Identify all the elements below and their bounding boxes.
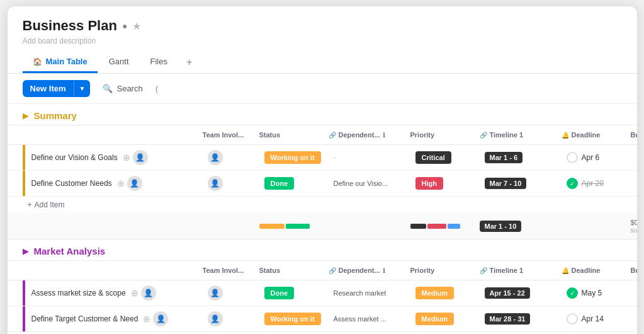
cell-task-name-1: Define our Vision & Goals ⊕ 👤: [28, 147, 204, 168]
cell-status-1[interactable]: Working on it: [261, 149, 330, 166]
col-team-involv: Team Invol...: [199, 129, 256, 141]
cell-budget-2: [632, 181, 637, 186]
group-summary-title[interactable]: Summary: [34, 110, 77, 121]
new-item-dropdown-arrow[interactable]: ▼: [74, 81, 91, 96]
dep-market-2: Assess market ...: [334, 315, 387, 323]
col-headers-summary: Team Invol... Status 🔗 Dependent... ℹ Pr…: [8, 125, 637, 145]
row-name-2: Define Customer Needs: [31, 179, 112, 188]
cell-dep-2: Define our Visio...: [330, 177, 412, 190]
col-status: Status: [256, 129, 325, 141]
cell-deadline-1: Apr 6: [563, 149, 632, 166]
avatar-market-1: 👤: [141, 285, 156, 301]
summary-status-bars: [256, 221, 325, 231]
cell-dep-market-2: Assess market ...: [330, 313, 412, 325]
timeline-market-1: Apr 15 - 22: [485, 287, 530, 299]
priority-bar-low: [448, 224, 460, 229]
market-row-1-wrapper: Assess market size & scope ⊕ 👤 👤 Done Re…: [8, 280, 637, 306]
cell-status-market-1[interactable]: Done: [261, 284, 330, 302]
cell-task-market-2: Define Target Customer & Need ⊕ 👤: [28, 309, 204, 329]
group-market-title[interactable]: Market Analysis: [34, 246, 106, 256]
deadline-text-2: Apr 20: [582, 179, 604, 188]
team-avatar-1: 👤: [208, 150, 223, 165]
priority-market-2: Medium: [415, 313, 455, 325]
new-item-label: New Item: [23, 80, 74, 97]
tab-add[interactable]: +: [179, 52, 200, 73]
row-name-market-1: Assess market size & scope: [31, 289, 126, 297]
status-market-2: Working on it: [264, 313, 321, 325]
link-icon: 🔗: [329, 132, 336, 139]
timeline-total-1: Mar 1 - 10: [480, 221, 522, 232]
bell-icon-m: 🔔: [562, 267, 569, 274]
col-dependency: 🔗 Dependent... ℹ: [325, 129, 407, 141]
add-board-description[interactable]: Add board description: [23, 37, 622, 45]
status-badge-2: Done: [264, 177, 295, 190]
search-icon: 🔍: [103, 84, 113, 93]
priority-badge-2: High: [415, 177, 443, 190]
row-add-market-1[interactable]: ⊕: [131, 288, 138, 298]
deadline-text-1: Apr 6: [582, 153, 600, 162]
toolbar: New Item ▼ 🔍 Search (: [8, 74, 637, 104]
cell-task-market-1: Assess market size & scope ⊕ 👤: [28, 283, 204, 303]
content: ▶ Summary Team Invol... Status 🔗 Depende…: [8, 104, 637, 334]
col-timeline: 🔗 Timeline 1: [476, 129, 558, 141]
col-status-m: Status: [256, 264, 325, 277]
group-summary-expand-icon[interactable]: ▶: [23, 111, 29, 120]
row-add-market-2[interactable]: ⊕: [143, 314, 150, 324]
cell-budget-market-2: [632, 316, 637, 321]
info-icon-m: ℹ: [383, 267, 385, 274]
add-item-icon: +: [28, 200, 32, 209]
cell-task-name-2: Define Customer Needs ⊕ 👤: [28, 173, 204, 193]
title-row: Business Plan ● ★: [23, 18, 622, 34]
cell-team-1: 👤: [204, 147, 261, 168]
status-bar-done: [286, 224, 310, 229]
dep-text-1: -: [334, 153, 336, 162]
timeline-market-2: Mar 28 - 31: [485, 313, 531, 325]
priority-bar-critical: [410, 224, 426, 229]
team-avatar-market-1: 👤: [208, 285, 223, 301]
tab-main-table[interactable]: 🏠 Main Table: [23, 52, 98, 73]
col-deadline: 🔔 Deadline: [558, 129, 627, 141]
new-item-button[interactable]: New Item ▼: [23, 80, 91, 97]
row-add-icon-2[interactable]: ⊕: [117, 178, 125, 188]
col-priority-m: Priority: [407, 264, 476, 277]
avatar-1: 👤: [133, 150, 148, 165]
team-avatar-market-2: 👤: [208, 311, 223, 326]
priority-badge-1: Critical: [415, 151, 451, 164]
cell-timeline-1: Mar 1 - 6: [481, 149, 563, 166]
app-container: Business Plan ● ★ Add board description …: [8, 6, 637, 334]
row-add-icon-1[interactable]: ⊕: [123, 153, 130, 163]
cell-team-2: 👤: [204, 173, 261, 193]
tab-files-label: Files: [150, 57, 167, 66]
dep-text-2: Define our Visio...: [334, 180, 388, 187]
toolbar-extra: (: [155, 84, 158, 93]
status-bar-working: [259, 224, 285, 229]
cell-deadline-market-2: Apr 14: [563, 311, 632, 327]
cell-priority-market-1[interactable]: Medium: [412, 284, 481, 302]
group-summary: ▶ Summary Team Invol... Status 🔗 Depende…: [8, 104, 637, 239]
add-item-label: Add Item: [35, 200, 65, 209]
dep-market-1: Research market: [334, 289, 387, 297]
tab-files[interactable]: Files: [140, 52, 178, 73]
col-task-name: [23, 132, 199, 137]
tab-gantt-label: Gantt: [109, 57, 129, 66]
summary-timeline-range: Mar 1 - 10: [476, 218, 558, 234]
cell-priority-2[interactable]: High: [412, 175, 481, 192]
cell-status-market-2[interactable]: Working on it: [261, 310, 330, 328]
col-task-name-m: [23, 268, 199, 273]
search-button[interactable]: 🔍 Search: [95, 80, 150, 97]
tab-gantt[interactable]: Gantt: [99, 52, 139, 73]
cell-timeline-market-2: Mar 28 - 31: [481, 311, 563, 327]
avatar-market-2: 👤: [153, 311, 168, 326]
add-item-summary[interactable]: + Add Item: [8, 197, 637, 213]
cell-team-market-2: 👤: [204, 309, 261, 329]
summary-row-1-wrapper: Define our Vision & Goals ⊕ 👤 👤 Working …: [8, 145, 637, 171]
col-budget: Budget: [627, 129, 637, 141]
status-badge-1: Working on it: [264, 151, 321, 164]
cell-priority-1[interactable]: Critical: [412, 149, 481, 166]
col-dep-m: 🔗 Dependent... ℹ: [325, 264, 407, 277]
row-name-market-2: Define Target Customer & Need: [31, 314, 138, 323]
cell-status-2[interactable]: Done: [261, 175, 330, 192]
group-market-expand-icon[interactable]: ▶: [23, 246, 29, 256]
star-icon[interactable]: ★: [132, 20, 141, 32]
cell-priority-market-2[interactable]: Medium: [412, 310, 481, 328]
